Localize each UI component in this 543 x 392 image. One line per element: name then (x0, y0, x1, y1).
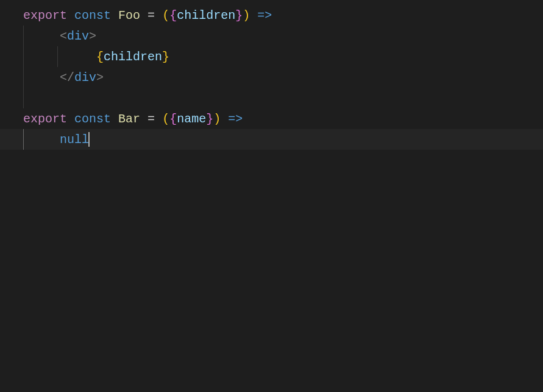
code-line[interactable]: null (0, 129, 543, 150)
brace-close: } (235, 9, 243, 23)
space (155, 9, 162, 23)
param-name: name (177, 112, 206, 126)
space (111, 112, 118, 126)
jsx-brace-open: { (96, 50, 104, 64)
equals: = (147, 112, 155, 126)
keyword-null: null (60, 133, 89, 147)
code-line[interactable] (0, 88, 543, 108)
indent (23, 133, 60, 147)
space (250, 9, 257, 23)
space (140, 112, 147, 126)
indent-guide (23, 129, 24, 150)
tag-div: div (74, 71, 96, 85)
indent-guide (23, 46, 24, 67)
indent-guide (23, 67, 24, 88)
brace-close: } (206, 112, 213, 126)
keyword-export: export (23, 112, 67, 126)
tag-close: > (96, 71, 104, 85)
param-children: children (177, 9, 235, 23)
paren-close: ) (213, 112, 221, 126)
code-line[interactable]: </div> (0, 67, 543, 88)
indent-guide (57, 46, 58, 67)
tag-div: div (67, 29, 89, 43)
space (67, 112, 74, 126)
space (140, 9, 147, 23)
brace-open: { (169, 112, 177, 126)
tag-open: < (60, 29, 67, 43)
space (155, 112, 162, 126)
arrow: => (257, 9, 272, 23)
paren-open: ( (162, 9, 169, 23)
keyword-export: export (23, 9, 67, 23)
indent (23, 50, 96, 64)
equals: = (147, 9, 155, 23)
indent-guide (23, 88, 24, 108)
component-name-foo: Foo (118, 9, 140, 23)
paren-close: ) (243, 9, 250, 23)
indent (23, 29, 60, 43)
jsx-var-children: children (104, 50, 162, 64)
tag-close: > (89, 29, 96, 43)
code-editor[interactable]: export const Foo = ({children}) => <div>… (0, 0, 543, 392)
space (111, 9, 118, 23)
paren-open: ( (162, 112, 169, 126)
space (67, 9, 74, 23)
keyword-const: const (74, 9, 111, 23)
space (221, 112, 228, 126)
brace-open: { (169, 9, 177, 23)
indent-guide (23, 26, 24, 46)
keyword-const: const (74, 112, 111, 126)
code-line[interactable]: export const Foo = ({children}) => (0, 5, 543, 26)
text-cursor (88, 132, 90, 147)
code-line[interactable]: export const Bar = ({name}) => (0, 108, 543, 129)
jsx-brace-close: } (162, 50, 169, 64)
code-line[interactable]: {children} (0, 46, 543, 67)
code-line[interactable]: <div> (0, 26, 543, 46)
arrow: => (228, 112, 243, 126)
indent (23, 71, 60, 85)
component-name-bar: Bar (118, 112, 140, 126)
tag-open-slash: </ (60, 71, 74, 85)
